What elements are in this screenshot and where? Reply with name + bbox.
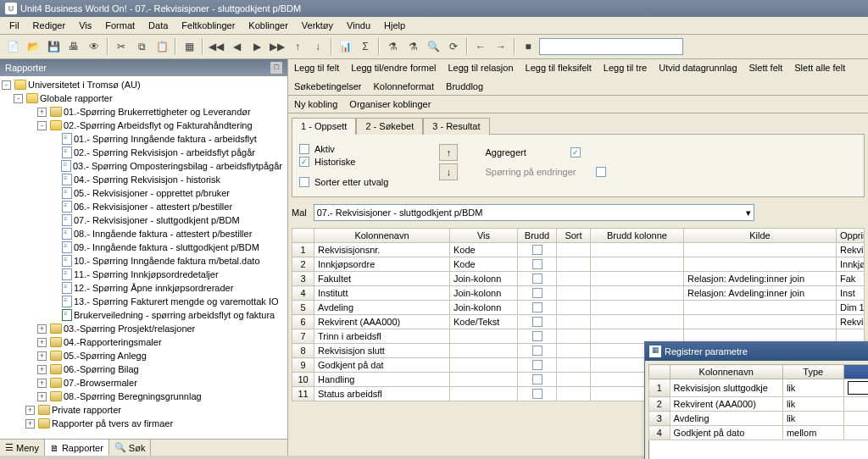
menu-vindu[interactable]: Vindu xyxy=(341,19,376,32)
expand-icon[interactable]: + xyxy=(37,324,47,334)
expand-icon[interactable]: + xyxy=(37,338,47,347)
fra-input[interactable] xyxy=(848,381,868,395)
expand-icon[interactable]: + xyxy=(37,365,47,374)
column-header[interactable]: Brudd xyxy=(518,229,557,243)
subtab[interactable]: 3 - Resultat xyxy=(423,118,489,135)
tree-item[interactable]: 12.- Spørring Åpne innkjøpsordrerader xyxy=(2,281,286,295)
cmd-button[interactable]: Søkebetingelser xyxy=(292,80,364,92)
last-icon[interactable]: ▶▶ xyxy=(268,37,287,56)
brudd-checkbox[interactable] xyxy=(518,373,557,387)
column-header[interactable]: Kilde xyxy=(684,229,837,243)
save-icon[interactable]: 💾 xyxy=(44,37,63,56)
copy-icon[interactable]: ⧉ xyxy=(132,37,151,56)
tree-item[interactable]: +03.-Spørring Prosjekt/relasjoner xyxy=(2,322,286,335)
forward-icon[interactable]: → xyxy=(492,37,510,56)
menu-hjelp[interactable]: Hjelp xyxy=(378,19,411,32)
tree-item[interactable]: +05.-Spørring Anlegg xyxy=(2,349,286,362)
tree-item[interactable]: +06.-Spørring Bilag xyxy=(2,362,286,376)
tree-item[interactable]: -02.-Spørring Arbeidsflyt og Fakturahånd… xyxy=(2,119,286,132)
tree-item[interactable]: +08.-Spørring Beregningsgrunnlag xyxy=(2,390,286,403)
brudd-checkbox[interactable] xyxy=(518,344,557,358)
param-row[interactable]: 4Godkjent på datomellom xyxy=(649,426,869,440)
brudd-checkbox[interactable] xyxy=(518,243,557,257)
table-row[interactable]: 5AvdelingJoin-kolonnDim 1 xyxy=(292,301,865,315)
expand-icon[interactable]: + xyxy=(25,419,35,429)
filter2-icon[interactable]: ⚗ xyxy=(403,37,422,56)
next-icon[interactable]: ▶ xyxy=(248,37,266,56)
menu-vis[interactable]: Vis xyxy=(73,19,97,32)
refresh-icon[interactable]: ⟳ xyxy=(444,37,463,56)
tree-item[interactable]: 07.- Rekvisisjoner - sluttgodkjent p/BDM xyxy=(2,213,286,227)
tree-item[interactable]: Brukerveiledning - spørring arbeidsflyt … xyxy=(2,308,286,322)
back-icon[interactable]: ← xyxy=(471,37,490,56)
stop-icon[interactable]: ■ xyxy=(519,37,537,56)
subtab[interactable]: 2 - Søkebet xyxy=(356,118,423,135)
aggregert-checkbox[interactable]: ✓ xyxy=(570,147,581,158)
expand-icon[interactable]: + xyxy=(37,351,47,361)
cmd-button[interactable]: Legg til/endre formel xyxy=(348,62,438,74)
table-row[interactable]: 3FakultetJoin-kolonnRelasjon: Avdeling:i… xyxy=(292,272,865,286)
column-header[interactable]: Sort xyxy=(557,229,591,243)
cut-icon[interactable]: ✂ xyxy=(112,37,131,56)
brudd-checkbox[interactable] xyxy=(518,286,557,301)
dlg-column-header[interactable]: Type xyxy=(782,365,843,379)
table-row[interactable]: 1Rekvisisjonsnr.KodeRekvisisjonsnr. xyxy=(292,243,865,257)
column-header[interactable]: Kolonnenavn xyxy=(314,229,450,243)
sum-icon[interactable]: Σ xyxy=(356,37,375,56)
tree-item[interactable]: 08.- Inngående faktura - attestert p/bes… xyxy=(2,227,286,241)
tree-item[interactable]: +04.-Rapporteringsmaler xyxy=(2,335,286,349)
down-icon[interactable]: ↓ xyxy=(309,37,327,56)
tree-item[interactable]: 01.- Spørring Inngående faktura - arbeid… xyxy=(2,132,286,146)
expand-icon[interactable]: + xyxy=(37,392,47,401)
menu-fil[interactable]: Fil xyxy=(3,19,25,32)
brudd-checkbox[interactable] xyxy=(518,272,557,286)
up-icon[interactable]: ↑ xyxy=(288,37,307,56)
preview-icon[interactable]: 👁 xyxy=(85,37,103,56)
sorter-checkbox[interactable] xyxy=(299,177,309,187)
expand-icon[interactable]: - xyxy=(37,121,47,130)
cmd-button[interactable]: Ny kobling xyxy=(292,98,340,110)
search-icon[interactable]: 🔍 xyxy=(424,37,442,56)
cmd-button[interactable]: Slett felt xyxy=(747,62,786,74)
toolbar-combo[interactable] xyxy=(539,38,683,55)
left-tab-søk[interactable]: 🔍Søk xyxy=(109,440,152,456)
move-up-button[interactable]: ↑ xyxy=(439,144,458,161)
tree-item[interactable]: 10.- Spørring Inngående faktura m/betal.… xyxy=(2,254,286,268)
filter1-icon[interactable]: ⚗ xyxy=(383,37,402,56)
column-header[interactable]: Vis xyxy=(450,229,518,243)
move-down-button[interactable]: ↓ xyxy=(439,163,458,180)
tree-item[interactable]: +07.-Browsermaler xyxy=(2,376,286,390)
params-grid[interactable]: KolonnenavnTypeFraTil 1Rekvisisjon slutt… xyxy=(648,364,868,440)
tree-item[interactable]: 09.- Inngående faktura - sluttgodkjent p… xyxy=(2,241,286,254)
param-row[interactable]: 1Rekvisisjon sluttgodkjelik xyxy=(649,379,869,397)
tree-item[interactable]: -Globale rapporter xyxy=(2,91,286,105)
brudd-checkbox[interactable] xyxy=(518,329,557,344)
param-row[interactable]: 2Rekvirent (AAA000)lik xyxy=(649,397,869,412)
menu-feltkoblinger[interactable]: Feltkoblinger xyxy=(175,19,241,32)
historiske-checkbox[interactable]: ✓ xyxy=(299,157,309,167)
tree-item[interactable]: 13.- Spørring Fakturert mengde og varemo… xyxy=(2,295,286,308)
subtab[interactable]: 1 - Oppsett xyxy=(292,118,356,135)
dlg-column-header[interactable]: Kolonnenavn xyxy=(670,365,782,379)
aktiv-checkbox[interactable] xyxy=(299,144,309,154)
column-header[interactable]: Brudd kolonne xyxy=(591,229,684,243)
left-tab-meny[interactable]: ☰Meny xyxy=(0,440,45,456)
cmd-button[interactable]: Slett alle felt xyxy=(792,62,848,74)
pin-icon[interactable]: □ xyxy=(270,62,282,74)
expand-icon[interactable]: - xyxy=(14,94,23,103)
open-icon[interactable]: 📂 xyxy=(24,37,42,56)
sheet-icon[interactable]: ▦ xyxy=(180,37,198,56)
tree-item[interactable]: 06.- Rekvisisjoner - attestert p/bestill… xyxy=(2,200,286,213)
menu-data[interactable]: Data xyxy=(142,19,174,32)
expand-icon[interactable]: + xyxy=(25,406,35,415)
tree-item[interactable]: 02.- Spørring Rekvisisjon - arbeidsflyt … xyxy=(2,146,286,159)
tree-item[interactable]: +01.-Spørring Brukerrettigheter og Lever… xyxy=(2,105,286,119)
column-header[interactable]: Opprinnelig xyxy=(837,229,865,243)
table-row[interactable]: 6Rekvirent (AAA000)Kode/TekstRekvirent xyxy=(292,315,865,329)
table-row[interactable]: 4InstituttJoin-kolonnRelasjon: Avdeling:… xyxy=(292,286,865,301)
tree-item[interactable]: 05.- Rekvisisjoner - opprettet p/bruker xyxy=(2,186,286,200)
brudd-checkbox[interactable] xyxy=(518,257,557,272)
left-tab-rapporter[interactable]: 🗎Rapporter xyxy=(45,440,109,456)
cmd-button[interactable]: Legg til fleksifelt xyxy=(523,62,594,74)
cmd-button[interactable]: Utvid datagrunnlag xyxy=(656,62,739,74)
